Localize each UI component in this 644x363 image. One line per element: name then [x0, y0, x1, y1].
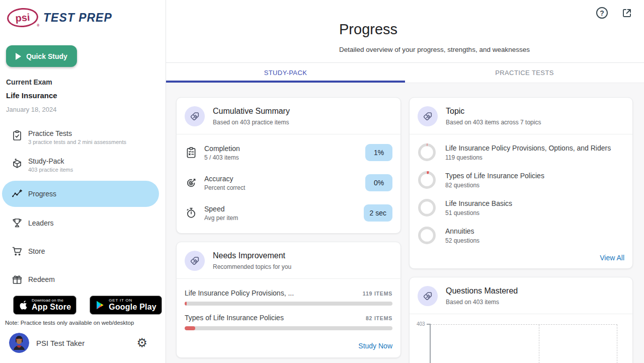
tab-bar: STUDY-PACK PRACTICE TESTS: [166, 62, 644, 83]
tab-practice-tests[interactable]: PRACTICE TESTS: [405, 63, 644, 83]
tag-icon: [189, 110, 201, 122]
topic-card: Topic Based on 403 items across 7 topics…: [409, 97, 633, 269]
gift-icon: [11, 273, 23, 285]
mobile-note: Note: Practice tests only available on w…: [5, 320, 166, 326]
topic-list-item: Types of Life Insurance Policies 82 ques…: [410, 166, 632, 194]
topic-name: Types of Life Insurance Policies: [185, 314, 284, 322]
topic-name: Life Insurance Basics: [445, 199, 512, 207]
logo-title: TEST PREP: [43, 11, 112, 25]
app-store-badge[interactable]: Download on the App Store: [13, 296, 76, 315]
improvement-row: Life Insurance Policy Provisions, ... 11…: [177, 283, 400, 308]
topic-item-count: 119 ITEMS: [363, 291, 392, 297]
mastery-ring: [418, 143, 436, 162]
sidebar-item-label: Study-Pack: [28, 157, 73, 166]
tag-icon: [422, 290, 434, 302]
page-subtitle: Detailed overview of your progress, stre…: [339, 46, 644, 53]
card-title: Needs Improvement: [213, 251, 291, 260]
current-exam-date: January 18, 2024: [6, 106, 166, 113]
card-subtitle: Based on 403 practice items: [213, 119, 290, 126]
mastery-ring: [418, 198, 436, 217]
topic-list-item: Life Insurance Basics 51 questions: [410, 194, 632, 222]
chart-plot-area: [431, 324, 617, 363]
cumulative-summary-card: Cumulative Summary Based on 403 practice…: [176, 97, 401, 234]
card-subtitle: Recommended topics for you: [213, 263, 291, 270]
sidebar-item-redeem[interactable]: Redeem: [2, 267, 159, 292]
y-axis-tick-label: 403: [417, 321, 425, 327]
clipboard-check-icon: [11, 129, 23, 141]
sidebar-item-store[interactable]: Store: [2, 239, 159, 263]
cart-icon: [11, 245, 23, 257]
badge-bottom-text: App Store: [32, 303, 71, 312]
view-all-link[interactable]: View All: [600, 254, 624, 262]
registered-mark-icon: ®: [37, 24, 39, 27]
trophy-icon: [11, 217, 23, 229]
topic-question-count: 52 questions: [445, 237, 479, 244]
help-icon[interactable]: ?: [596, 7, 608, 19]
grid-line: [539, 325, 539, 363]
sidebar-item-leaders[interactable]: Leaders: [2, 211, 159, 235]
metric-sublabel: Percent correct: [204, 184, 359, 191]
trend-line-icon: [11, 188, 23, 200]
metric-value-badge: 1%: [365, 144, 392, 161]
sidebar-bottom: Download on the App Store GET IT ON Goog…: [0, 296, 166, 363]
apple-icon: [19, 300, 28, 311]
card-title: Questions Mastered: [446, 286, 518, 296]
checklist-icon: [185, 146, 198, 159]
sidebar-item-study-pack[interactable]: Study-Pack 403 practice items: [2, 153, 159, 177]
stopwatch-icon: [185, 206, 198, 220]
page-title: Progress: [339, 21, 644, 38]
progress-bar-fill: [185, 302, 187, 306]
sidebar-item-label: Leaders: [28, 219, 54, 228]
tag-icon-circle: [185, 251, 205, 271]
google-play-badge[interactable]: GET IT ON Google Play: [90, 296, 162, 315]
top-actions: ?: [166, 0, 644, 19]
tag-icon-circle: [418, 106, 438, 126]
topic-name: Life Insurance Policy Provisions, ...: [185, 289, 294, 297]
avatar[interactable]: [9, 333, 29, 353]
open-in-new-icon[interactable]: [621, 7, 633, 19]
sidebar-item-practice-tests[interactable]: Practice Tests 3 practice tests and 2 mi…: [2, 125, 159, 149]
questions-mastered-chart: 403: [413, 320, 624, 363]
topic-question-count: 119 questions: [445, 154, 611, 161]
card-subtitle: Based on 403 items: [446, 299, 518, 306]
improvement-row: Types of Life Insurance Policies 82 ITEM…: [177, 308, 400, 332]
main-area: ? Progress Detailed overview of your pro…: [166, 0, 644, 363]
sidebar: psi ® TEST PREP Quick Study Current Exam…: [0, 0, 166, 363]
metric-label: Accuracy: [204, 175, 359, 183]
gear-icon[interactable]: ⚙: [136, 337, 147, 349]
metric-label: Speed: [204, 205, 357, 213]
metric-sublabel: 5 / 403 items: [204, 154, 359, 161]
card-title: Topic: [446, 107, 541, 116]
topic-name: Types of Life Insurance Policies: [445, 172, 544, 180]
progress-bar: [185, 326, 392, 330]
topic-list-item: Annuities 52 questions: [410, 222, 632, 249]
sidebar-item-progress[interactable]: Progress: [2, 181, 159, 207]
metric-value-badge: 2 sec: [364, 204, 392, 222]
topic-question-count: 51 questions: [445, 209, 512, 216]
card-title: Cumulative Summary: [213, 107, 290, 116]
topic-name: Life Insurance Policy Provisions, Option…: [445, 144, 611, 152]
card-subtitle: Based on 403 items across 7 topics: [446, 119, 541, 126]
psi-test-prep-logo: psi ® TEST PREP: [7, 8, 166, 27]
psi-logo-text: psi: [15, 12, 30, 24]
sidebar-item-sublabel: 403 practice items: [28, 167, 73, 173]
target-icon: [185, 176, 198, 189]
metric-sublabel: Avg per item: [204, 214, 357, 222]
sidebar-item-sublabel: 3 practice tests and 2 mini assessments: [28, 139, 126, 145]
summary-row-accuracy: Accuracy Percent correct 0%: [177, 168, 400, 198]
psi-logo-mark: psi ®: [7, 7, 39, 28]
mastery-ring: [418, 171, 436, 189]
topic-name: Annuities: [445, 227, 479, 235]
tab-study-pack[interactable]: STUDY-PACK: [166, 63, 405, 83]
needs-improvement-card: Needs Improvement Recommended topics for…: [176, 242, 401, 358]
summary-row-speed: Speed Avg per item 2 sec: [177, 198, 400, 228]
quick-study-button[interactable]: Quick Study: [6, 45, 77, 67]
play-icon: [16, 53, 21, 60]
tag-icon-circle: [418, 286, 438, 306]
topic-question-count: 82 questions: [445, 182, 544, 189]
metric-label: Completion: [204, 144, 359, 153]
study-now-link[interactable]: Study Now: [358, 342, 392, 350]
sidebar-item-label: Redeem: [28, 275, 55, 284]
sidebar-item-label: Store: [28, 247, 45, 256]
tag-icon: [422, 110, 434, 122]
